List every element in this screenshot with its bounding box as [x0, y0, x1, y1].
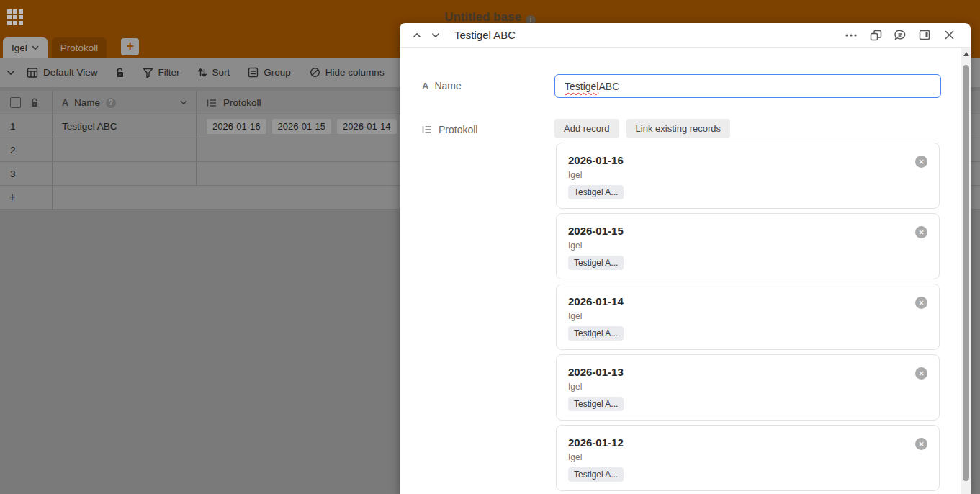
remove-link-icon[interactable]: ✕ [915, 438, 927, 450]
name-value-word: Testigel [565, 81, 598, 92]
text-field-icon: A [62, 98, 68, 108]
row-number: 2 [0, 138, 53, 161]
modal-header: Testigel ABC [400, 23, 971, 48]
table-tabs: Igel Protokoll + [3, 37, 139, 58]
text-field-icon: A [422, 81, 428, 91]
column-protokoll-label: Protokoll [223, 97, 261, 108]
modal-body: A Name Testigel ABC Protokoll [400, 48, 961, 494]
link-field-icon [422, 125, 433, 134]
linked-record-title: 2026-01-14 [568, 295, 927, 307]
group-button[interactable]: Group [248, 67, 291, 78]
linked-record-card[interactable]: 2026-01-16 Igel Testigel A... ✕ [556, 143, 940, 209]
eye-off-icon [310, 67, 320, 78]
comment-icon[interactable] [893, 28, 907, 42]
link-field-icon [207, 99, 217, 107]
screen: Untitled basei Igel Protokoll + Default … [0, 0, 980, 494]
grid-view-icon [27, 67, 38, 78]
add-row-cell[interactable]: + [0, 186, 53, 209]
sort-label: Sort [212, 67, 230, 78]
scrollbar-thumb[interactable] [963, 65, 969, 481]
cell-name[interactable] [53, 138, 197, 161]
name-label-text: Name [434, 80, 461, 91]
cell-name[interactable]: Testigel ABC [53, 114, 197, 138]
name-input[interactable]: Testigel ABC [554, 74, 941, 98]
next-record-chevron-down-icon[interactable] [428, 28, 443, 42]
hide-columns-label: Hide columns [325, 67, 385, 78]
column-menu-chevron-icon[interactable] [180, 100, 187, 105]
copy-record-icon[interactable] [868, 28, 883, 42]
linked-record-table: Igel [568, 170, 927, 180]
modal-scrollbar[interactable] [961, 48, 971, 494]
close-icon[interactable] [942, 28, 956, 42]
linked-chip[interactable]: 2026-01-15 [272, 119, 332, 134]
column-name-label: Name [74, 97, 100, 108]
linked-record-table: Igel [568, 311, 927, 321]
default-view-label: Default View [43, 67, 98, 78]
help-icon[interactable]: ? [106, 98, 116, 108]
protokoll-field-label: Protokoll [422, 119, 554, 135]
default-view-button[interactable]: Default View [27, 67, 98, 78]
previous-record-chevron-up-icon[interactable] [410, 28, 424, 42]
linked-record-cards: 2026-01-16 Igel Testigel A... ✕ 2026-01-… [556, 143, 940, 491]
row-number: 3 [0, 162, 53, 185]
protokoll-buttons: Add record Link existing records [554, 119, 940, 138]
plus-icon: + [127, 40, 135, 53]
lock-icon[interactable] [115, 68, 125, 78]
protokoll-field-control: Add record Link existing records 2026-01… [554, 119, 940, 494]
linked-record-chip: Testigel A... [568, 185, 624, 199]
linked-record-title: 2026-01-15 [568, 225, 927, 237]
tab-igel[interactable]: Igel [3, 37, 48, 58]
filter-button[interactable]: Filter [143, 67, 180, 78]
select-all-cell [0, 91, 53, 114]
add-table-button[interactable]: + [121, 38, 139, 55]
row-number: 1 [0, 114, 53, 138]
remove-link-icon[interactable]: ✕ [915, 297, 927, 309]
linked-record-title: 2026-01-13 [568, 366, 927, 378]
linked-record-title: 2026-01-16 [568, 154, 927, 166]
linked-record-chip: Testigel A... [568, 256, 624, 270]
linked-record-card[interactable]: 2026-01-13 Igel Testigel A... ✕ [556, 354, 940, 421]
link-existing-records-button[interactable]: Link existing records [626, 119, 731, 138]
linked-record-chip: Testigel A... [568, 326, 624, 341]
modal-actions [844, 28, 956, 42]
chevron-down-icon[interactable] [32, 45, 39, 50]
linked-record-card[interactable]: 2026-01-12 Igel Testigel A... ✕ [556, 425, 940, 491]
linked-chip[interactable]: 2026-01-14 [337, 119, 397, 134]
toggle-panel-icon[interactable] [917, 28, 932, 42]
sort-button[interactable]: Sort [197, 67, 230, 78]
protokoll-field-row: Protokoll Add record Link existing recor… [422, 119, 961, 494]
tab-protokoll[interactable]: Protokoll [52, 37, 107, 58]
linked-record-table: Igel [568, 382, 927, 392]
plus-icon: + [9, 190, 16, 205]
tab-protokoll-label: Protokoll [60, 42, 99, 53]
tab-igel-label: Igel [12, 42, 27, 53]
linked-record-card[interactable]: 2026-01-15 Igel Testigel A... ✕ [556, 213, 940, 279]
name-field-label: A Name [422, 74, 554, 91]
group-label: Group [264, 67, 291, 78]
remove-link-icon[interactable]: ✕ [915, 156, 927, 168]
filter-label: Filter [158, 67, 180, 78]
linked-record-chip: Testigel A... [568, 467, 624, 482]
filter-funnel-icon [143, 68, 153, 78]
more-options-icon[interactable] [844, 28, 858, 42]
protokoll-label-text: Protokoll [439, 124, 477, 135]
column-header-name[interactable]: A Name ? [53, 91, 197, 114]
name-value-rest: ABC [598, 81, 619, 92]
linked-record-chip: Testigel A... [568, 397, 624, 411]
collapse-views-chevron-icon[interactable] [6, 70, 15, 76]
group-icon [248, 67, 259, 78]
name-field-row: A Name Testigel ABC [422, 74, 961, 98]
record-title: Testigel ABC [454, 29, 516, 41]
hide-columns-button[interactable]: Hide columns [310, 67, 385, 78]
remove-link-icon[interactable]: ✕ [915, 367, 927, 380]
add-record-button[interactable]: Add record [554, 119, 619, 138]
scroll-up-arrow-icon[interactable] [963, 52, 969, 56]
base-title-text: Untitled base [444, 10, 521, 24]
cell-name[interactable] [53, 162, 197, 185]
select-all-checkbox[interactable] [10, 97, 21, 108]
linked-record-title: 2026-01-12 [568, 436, 927, 449]
linked-chip[interactable]: 2026-01-16 [207, 119, 266, 134]
linked-record-card[interactable]: 2026-01-14 Igel Testigel A... ✕ [556, 284, 940, 350]
linked-record-table: Igel [568, 241, 927, 251]
remove-link-icon[interactable]: ✕ [915, 226, 927, 238]
